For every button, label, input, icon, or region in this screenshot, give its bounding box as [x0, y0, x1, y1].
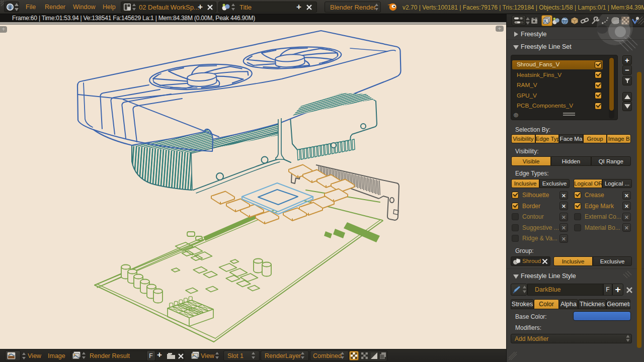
svg-text:i: i	[10, 5, 11, 10]
